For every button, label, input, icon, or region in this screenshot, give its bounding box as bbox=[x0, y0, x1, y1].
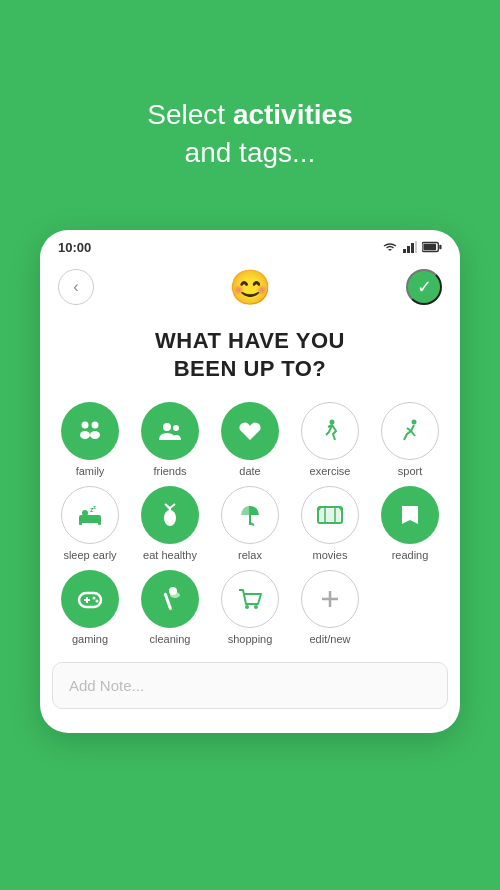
svg-line-26 bbox=[170, 504, 175, 508]
svg-rect-3 bbox=[411, 243, 414, 253]
svg-rect-19 bbox=[98, 521, 101, 525]
mood-emoji: 😊 bbox=[229, 267, 271, 307]
activity-label-date: date bbox=[239, 465, 260, 478]
activity-circle-family bbox=[61, 402, 119, 460]
activity-item-relax[interactable]: relax bbox=[212, 486, 288, 562]
svg-point-45 bbox=[254, 605, 258, 609]
activity-circle-shopping bbox=[221, 570, 279, 628]
activity-item-eat-healthy[interactable]: eat healthy bbox=[132, 486, 208, 562]
svg-point-23 bbox=[164, 510, 176, 526]
header-tags: and tags... bbox=[185, 137, 316, 168]
activity-item-reading[interactable]: reading bbox=[372, 486, 448, 562]
svg-point-13 bbox=[173, 425, 179, 431]
activity-item-sleep-early[interactable]: z z sleep early bbox=[52, 486, 128, 562]
svg-point-20 bbox=[82, 510, 88, 516]
svg-point-10 bbox=[80, 431, 90, 439]
svg-point-11 bbox=[90, 431, 100, 439]
activity-circle-edit-new bbox=[301, 570, 359, 628]
check-icon: ✓ bbox=[417, 276, 432, 298]
activity-circle-sport bbox=[381, 402, 439, 460]
activity-item-sport[interactable]: sport bbox=[372, 402, 448, 478]
activity-label-gaming: gaming bbox=[72, 633, 108, 646]
header-section: Select activitiesand tags... bbox=[147, 48, 352, 202]
header-select: Select bbox=[147, 99, 233, 130]
add-note-placeholder: Add Note... bbox=[69, 677, 144, 694]
activity-circle-cleaning bbox=[141, 570, 199, 628]
svg-rect-17 bbox=[79, 519, 101, 523]
svg-point-12 bbox=[163, 423, 171, 431]
activities-grid: family friends date bbox=[40, 402, 460, 647]
signal-icon bbox=[403, 241, 417, 253]
activity-circle-movies bbox=[301, 486, 359, 544]
activity-circle-eat-healthy bbox=[141, 486, 199, 544]
svg-point-43 bbox=[170, 592, 180, 598]
svg-rect-31 bbox=[320, 509, 340, 521]
add-note-bar[interactable]: Add Note... bbox=[52, 662, 448, 709]
activity-item-family[interactable]: family bbox=[52, 402, 128, 478]
svg-point-15 bbox=[412, 419, 417, 424]
activity-circle-exercise bbox=[301, 402, 359, 460]
activity-label-relax: relax bbox=[238, 549, 262, 562]
activity-circle-reading bbox=[381, 486, 439, 544]
activity-circle-sleep-early: z z bbox=[61, 486, 119, 544]
svg-point-40 bbox=[96, 600, 99, 603]
activity-circle-friends bbox=[141, 402, 199, 460]
phone-toolbar: ‹ 😊 ✓ bbox=[40, 259, 460, 313]
activity-label-reading: reading bbox=[392, 549, 429, 562]
activity-label-exercise: exercise bbox=[310, 465, 351, 478]
activity-label-friends: friends bbox=[153, 465, 186, 478]
back-icon: ‹ bbox=[73, 278, 78, 296]
activity-label-shopping: shopping bbox=[228, 633, 273, 646]
status-time: 10:00 bbox=[58, 240, 91, 255]
svg-point-14 bbox=[330, 419, 335, 424]
activity-circle-date bbox=[221, 402, 279, 460]
phone-card: 10:00 ‹ 😊 bbox=[40, 230, 460, 734]
svg-point-39 bbox=[93, 597, 96, 600]
status-bar: 10:00 bbox=[40, 230, 460, 259]
svg-marker-0 bbox=[388, 249, 392, 251]
svg-point-9 bbox=[92, 421, 99, 428]
status-icons bbox=[382, 241, 442, 253]
activity-item-friends[interactable]: friends bbox=[132, 402, 208, 478]
activity-label-sleep-early: sleep early bbox=[63, 549, 116, 562]
activity-item-movies[interactable]: movies bbox=[292, 486, 368, 562]
check-button[interactable]: ✓ bbox=[406, 269, 442, 305]
activity-label-movies: movies bbox=[313, 549, 348, 562]
activity-item-cleaning[interactable]: cleaning bbox=[132, 570, 208, 646]
header-bold: activities bbox=[233, 99, 353, 130]
svg-point-44 bbox=[245, 605, 249, 609]
activity-item-edit-new[interactable]: edit/new bbox=[292, 570, 368, 646]
svg-rect-18 bbox=[79, 521, 82, 525]
svg-rect-2 bbox=[407, 246, 410, 253]
svg-rect-4 bbox=[415, 241, 417, 253]
svg-rect-7 bbox=[423, 244, 436, 250]
activity-label-family: family bbox=[76, 465, 105, 478]
question-title: WHAT HAVE YOUBEEN UP TO? bbox=[40, 313, 460, 402]
activity-item-date[interactable]: date bbox=[212, 402, 288, 478]
activity-item-exercise[interactable]: exercise bbox=[292, 402, 368, 478]
wifi-icon bbox=[382, 241, 398, 253]
back-button[interactable]: ‹ bbox=[58, 269, 94, 305]
battery-icon bbox=[422, 241, 442, 253]
header-text: Select activitiesand tags... bbox=[147, 96, 352, 172]
svg-rect-1 bbox=[403, 249, 406, 253]
activity-circle-relax bbox=[221, 486, 279, 544]
svg-text:z: z bbox=[93, 504, 96, 510]
svg-point-8 bbox=[82, 421, 89, 428]
activity-label-sport: sport bbox=[398, 465, 422, 478]
activity-label-cleaning: cleaning bbox=[150, 633, 191, 646]
activity-item-gaming[interactable]: gaming bbox=[52, 570, 128, 646]
activity-label-eat-healthy: eat healthy bbox=[143, 549, 197, 562]
activity-item-shopping[interactable]: shopping bbox=[212, 570, 288, 646]
svg-rect-6 bbox=[439, 245, 441, 250]
activity-circle-gaming bbox=[61, 570, 119, 628]
activity-label-edit-new: edit/new bbox=[310, 633, 351, 646]
